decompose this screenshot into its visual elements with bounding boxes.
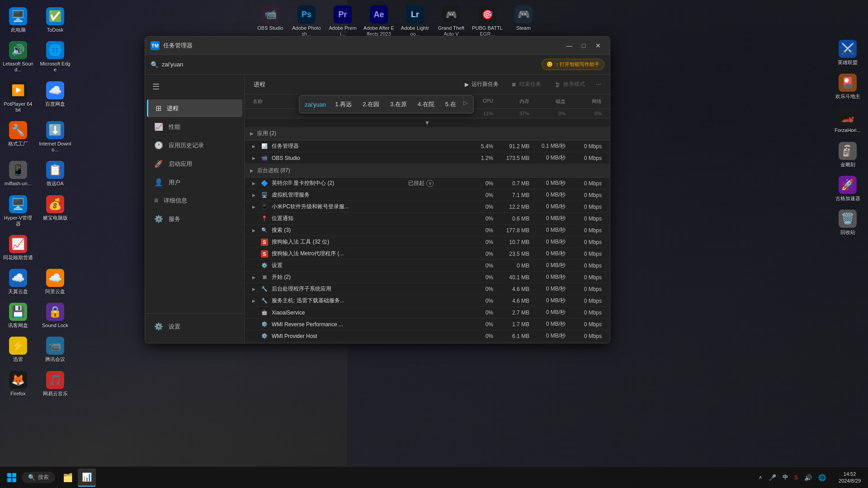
expand-icon[interactable]: ▶ <box>250 286 257 293</box>
expand-icon[interactable]: ▶ <box>250 203 257 211</box>
table-row[interactable]: ▶ ⚙️ 设置 0% 0 MB 0 MB/秒 0 Mbps <box>245 260 610 272</box>
tray-expand-button[interactable]: ∧ <box>757 473 764 482</box>
ime-candidate-3[interactable]: 3.在原 <box>387 99 410 109</box>
efficiency-mode-button[interactable]: 🍃 效率模式 <box>548 78 590 91</box>
potplayer-icon[interactable]: ▶️ PotPlayer 64 bit <box>0 78 36 117</box>
table-row[interactable]: ▶ 📱 小米PC软件升级和账号登录服... 0% 12.2 MB 0 MB/秒 … <box>245 201 610 213</box>
processes-tab-label[interactable]: 进程 <box>250 80 269 89</box>
tianyi-icon[interactable]: ☁️ 天翼云盘 <box>0 265 36 298</box>
ime-next[interactable]: ▷ <box>463 99 468 109</box>
sidebar-item-details[interactable]: ≡ 详细信息 <box>147 192 242 209</box>
gta-icon[interactable]: 🎮 Grand Theft Auto V <box>434 2 468 41</box>
gu-ge-icon[interactable]: 🚀 古格加速器 <box>827 172 868 205</box>
ime-candidate-2[interactable]: 2.在园 <box>359 99 383 109</box>
collapse-button[interactable]: ▼ <box>245 118 610 127</box>
ai-assistant-button[interactable]: 😊 ↑ 打开智能写作助手 <box>542 59 604 70</box>
table-row[interactable]: ▶ 🔍 搜索 (3) 0% 177.8 MB 0 MB/秒 0 Mbps <box>245 225 610 236</box>
sidebar-item-process[interactable]: ⊞ 进程 <box>147 99 242 117</box>
ime-candidate-4[interactable]: 4.在院 <box>414 99 438 109</box>
sound-lock-icon[interactable]: 🔒 Sound Lock <box>37 299 73 332</box>
speaker-tray-icon[interactable]: 🔊 <box>802 472 814 483</box>
zhubao-icon[interactable]: 💰 赌宝电脑版 <box>37 192 73 230</box>
sidebar-item-services[interactable]: ⚙️ 服务 <box>147 210 242 228</box>
taskbar-clock[interactable]: 14:52 2024/8/29 <box>835 471 864 484</box>
col-disk[interactable]: 磁盘 <box>532 97 568 106</box>
close-button[interactable]: ✕ <box>592 39 604 52</box>
settings-item[interactable]: ⚙️ 设置 <box>147 318 242 335</box>
firefox-icon[interactable]: 🦊 Firefox <box>0 367 36 400</box>
table-row[interactable]: ▶ 📹 OBS Studio 1.2% 173.5 MB 0 MB/秒 0 Mb… <box>245 152 610 164</box>
taskbar-icon-tm[interactable]: 📊 <box>78 469 96 487</box>
miflash-icon[interactable]: 📱 miflash-un... <box>0 157 36 190</box>
mic-tray-icon[interactable]: 🎤 <box>767 472 778 483</box>
table-row[interactable]: ▶ ⚙️ WMI Provider Host 0% 6.1 MB 0 MB/秒 … <box>245 330 610 342</box>
table-row[interactable]: ▶ 📊 任务管理器 5.4% 91.2 MB 0.1 MB/秒 0 Mbps <box>245 141 610 152</box>
hyperv-icon[interactable]: 🖥️ Hyper-V管理器 <box>0 192 36 230</box>
table-row[interactable]: ▶ ⚙️ WMI Provider Host 0% 6.9 MB 0 MB/秒 … <box>245 342 610 343</box>
wyy-music-icon[interactable]: 🎵 网易云音乐 <box>37 367 73 400</box>
sidebar-item-performance[interactable]: 📈 性能 <box>147 118 242 136</box>
table-row[interactable]: ▶ ⊞ 开始 (2) 0% 40.1 MB 0 MB/秒 0 Mbps <box>245 272 610 283</box>
edge-icon[interactable]: 🌐 Microsoft Edge <box>37 38 73 76</box>
expand-icon[interactable]: ▶ <box>250 143 257 150</box>
sidebar-item-startup[interactable]: 🚀 启动应用 <box>147 155 242 173</box>
hamburger-button[interactable]: ☰ <box>145 78 244 95</box>
taskbar-icon-explorer[interactable]: 🗂️ <box>59 469 77 487</box>
minimize-button[interactable]: — <box>563 39 576 52</box>
table-row[interactable]: ▶ 🔧 服务主机: 迅雷下载基础服务... 0% 4.6 MB 0 MB/秒 0… <box>245 295 610 307</box>
obs-icon[interactable]: 📹 OBS Studio <box>253 2 288 41</box>
xunlei-icon[interactable]: ⚡ 迅雷 <box>0 333 36 366</box>
search-icon[interactable]: 🔍 <box>151 61 158 68</box>
baidu-icon[interactable]: ☁️ 百度网盘 <box>37 78 73 117</box>
expand-icon[interactable]: ▶ <box>250 297 257 305</box>
todo-icon[interactable]: ✅ ToDosk <box>37 4 73 37</box>
forza-icon[interactable]: 🏎️ ForzaHori... <box>827 104 868 137</box>
photoshop-icon[interactable]: Ps Adobe Photosh... <box>289 2 324 41</box>
ying-xiong-icon[interactable]: ⚔️ 英雄联盟 <box>827 36 868 69</box>
table-row[interactable]: ▶ S 搜狗输入法 工具 (32 位) 0% 10.7 MB 0 MB/秒 0 … <box>245 236 610 248</box>
apps-section-header[interactable]: ▶ 应用 (2) <box>245 127 610 141</box>
end-task-button[interactable]: ⏹ 结束任务 <box>506 78 547 91</box>
jing-tiao-icon[interactable]: 🗿 金雕刻 <box>827 138 868 171</box>
geshu-icon[interactable]: 🔧 格式工厂 <box>0 117 36 156</box>
tencent-meeting-icon[interactable]: 📹 腾讯会议 <box>37 333 73 366</box>
sidebar-item-app-history[interactable]: 🕐 应用历史记录 <box>147 136 242 154</box>
expand-icon[interactable]: ▶ <box>250 180 257 187</box>
table-row[interactable]: ▶ 📍 位置通知 0% 0.6 MB 0 MB/秒 0 Mbps <box>245 213 610 225</box>
zhiyuan-icon[interactable]: 📋 致远OA <box>37 157 73 190</box>
recycle-bin-icon[interactable]: 🗑️ 回收站 <box>827 206 868 239</box>
taskbar-search[interactable]: 🔍 搜索 <box>22 472 55 483</box>
tonghua-icon[interactable]: 📈 同花顺期货通 <box>0 231 36 264</box>
table-row[interactable]: ▶ 🖥️ 虚拟机管理服务 0% 7.1 MB 0 MB/秒 0 Mbps <box>245 189 610 201</box>
table-row[interactable]: ▶ 🤖 XiaoaiService 0% 2.7 MB 0 MB/秒 0 Mbp… <box>245 307 610 319</box>
my-pc-icon[interactable]: 🖥️ 此电脑 <box>0 4 36 37</box>
ime-tray-icon[interactable]: 中 <box>781 472 790 483</box>
network-tray-icon[interactable]: 🌐 <box>816 472 828 483</box>
search-input[interactable] <box>162 61 538 68</box>
premiere-icon[interactable]: Pr Adobe Premi... <box>326 2 360 41</box>
maximize-button[interactable]: □ <box>577 39 590 52</box>
col-net[interactable]: 网络 <box>568 97 604 106</box>
expand-icon[interactable]: ▶ <box>250 274 257 281</box>
more-button[interactable]: ··· <box>592 78 604 91</box>
start-button[interactable] <box>4 469 20 486</box>
ime-candidate-5[interactable]: 5.在 <box>442 99 460 109</box>
bg-section-header[interactable]: ▶ 后台进程 (87) <box>245 164 610 178</box>
internet-dl-icon[interactable]: ⬇️ Internet Downlo... <box>37 117 73 156</box>
ali-icon[interactable]: ☁️ 阿里云盘 <box>37 265 73 298</box>
ae-icon[interactable]: Ae Adobe After Effects 2023 <box>362 2 396 41</box>
expand-icon[interactable]: ▶ <box>250 227 257 234</box>
table-row[interactable]: ▶ 🔷 英特尔® 显卡控制中心 (2) 已挂起 ⏸ 0% 0.7 MB 0 MB… <box>245 178 610 189</box>
pubg-icon[interactable]: 🎯 PUBG BATTLEGR... <box>470 2 505 41</box>
expand-icon[interactable]: ▶ <box>250 155 257 162</box>
table-row[interactable]: ▶ 🔧 后台处理程序子系统应用 0% 4.6 MB 0 MB/秒 0 Mbps <box>245 283 610 295</box>
col-mem[interactable]: 内存 <box>496 97 532 106</box>
expand-icon[interactable]: ▶ <box>250 192 257 199</box>
ime-candidate-1[interactable]: 1.再远 <box>331 99 355 109</box>
sogou-tray-icon[interactable]: S <box>793 473 800 483</box>
table-row[interactable]: ▶ S 搜狗输入法 Metro代理程序 (... 0% 23.5 MB 0 MB… <box>245 248 610 260</box>
table-row[interactable]: ▶ ⚙️ WMI Reverse Performance ... 0% 1.7 … <box>245 319 610 330</box>
lightroom-icon[interactable]: Lr Adobe Lightroo... <box>398 2 432 41</box>
xunke-icon[interactable]: 💾 讯客网盘 <box>0 299 36 332</box>
sidebar-item-users[interactable]: 👤 用户 <box>147 174 242 191</box>
